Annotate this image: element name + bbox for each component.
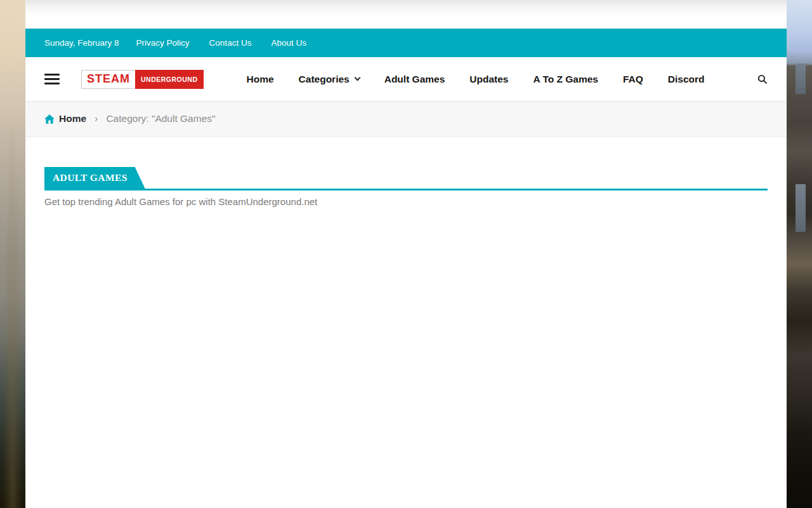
topbar-link-contact-us[interactable]: Contact Us: [209, 38, 252, 48]
nav-item-label: Updates: [469, 74, 508, 85]
nav-item-label: A To Z Games: [533, 74, 598, 85]
home-icon: [44, 114, 55, 124]
nav-item-adult-games[interactable]: Adult Games: [384, 74, 445, 85]
nav-item-faq[interactable]: FAQ: [623, 74, 643, 85]
breadcrumb-home-label: Home: [59, 113, 86, 124]
current-date: Sunday, February 8: [44, 38, 119, 48]
nav-item-label: Discord: [668, 74, 705, 85]
chevron-down-icon: [354, 75, 360, 81]
background-art-left: [0, 0, 25, 508]
nav-item-label: FAQ: [623, 74, 643, 85]
search-icon[interactable]: [757, 74, 768, 84]
section-header: ADULT GAMES: [44, 167, 768, 190]
page-wrapper: Sunday, February 8 Privacy Policy Contac…: [25, 0, 787, 508]
topbar-link-about-us[interactable]: About Us: [271, 38, 306, 48]
nav-item-label: Categories: [299, 74, 350, 85]
nav-item-label: Home: [247, 74, 274, 85]
section-description: Get top trending Adult Games for pc with…: [44, 196, 768, 207]
breadcrumb-current: Category: "Adult Games": [106, 113, 215, 124]
logo-text-underground: UNDERGROUND: [135, 70, 204, 89]
nav-item-categories[interactable]: Categories: [299, 74, 360, 85]
breadcrumb-home-link[interactable]: Home: [44, 113, 86, 124]
topbar: Sunday, February 8 Privacy Policy Contac…: [25, 29, 787, 57]
section-title-ribbon: ADULT GAMES: [44, 167, 145, 189]
nav-item-home[interactable]: Home: [247, 74, 274, 85]
nav-item-a-to-z-games[interactable]: A To Z Games: [533, 74, 598, 85]
main-navbar: STEAM UNDERGROUND Home Categories Adult …: [25, 57, 787, 101]
nav-menu: Home Categories Adult Games Updates A To…: [247, 74, 705, 85]
nav-item-discord[interactable]: Discord: [668, 74, 705, 85]
nav-item-updates[interactable]: Updates: [469, 74, 508, 85]
nav-item-label: Adult Games: [384, 74, 445, 85]
logo-text-steam: STEAM: [81, 70, 135, 89]
topbar-link-privacy-policy[interactable]: Privacy Policy: [136, 38, 190, 48]
hamburger-menu-icon[interactable]: [44, 71, 60, 87]
breadcrumb-separator: ›: [95, 113, 98, 124]
breadcrumb: Home › Category: "Adult Games": [25, 101, 787, 137]
main-content: ADULT GAMES Get top trending Adult Games…: [25, 137, 787, 245]
top-spacer: [25, 0, 787, 29]
background-art-right: [787, 0, 812, 508]
site-logo[interactable]: STEAM UNDERGROUND: [81, 70, 204, 89]
